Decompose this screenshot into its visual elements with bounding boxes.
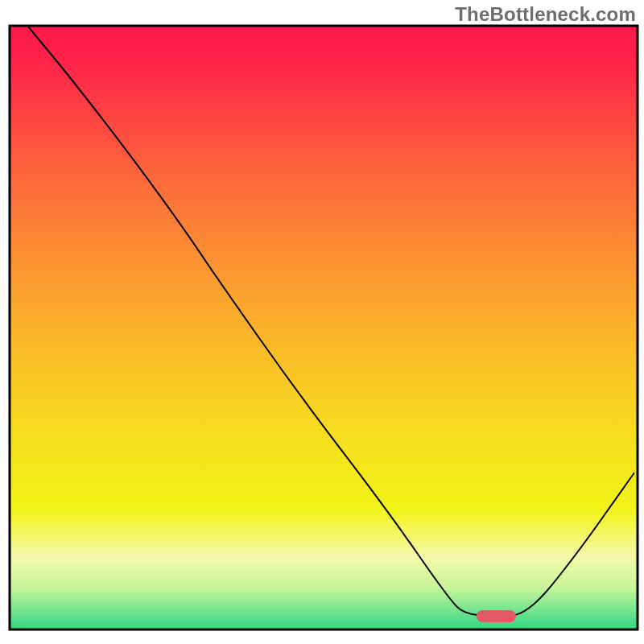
chart-marker — [477, 610, 516, 622]
chart-plot-area — [10, 26, 638, 630]
bottleneck-chart: TheBottleneck.com — [0, 0, 644, 644]
chart-svg — [0, 0, 644, 644]
watermark-text: TheBottleneck.com — [455, 3, 636, 26]
